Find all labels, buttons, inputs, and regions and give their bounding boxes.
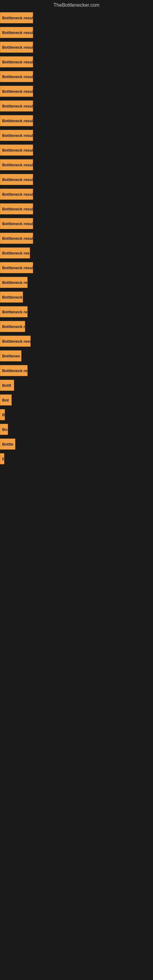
bottleneck-row: Bottleneck result (0, 128, 153, 143)
bottleneck-bar: Bottleneck result (0, 262, 33, 273)
bottleneck-label: B (2, 457, 4, 461)
bottleneck-bar: Bottleneck result (0, 41, 33, 52)
bottleneck-label: Bottleneck result (2, 45, 33, 49)
bottleneck-row: Bottleneck result (0, 187, 153, 202)
bottleneck-label: Bottleneck re (2, 368, 27, 373)
bottleneck-bar: Bottleneck result (0, 86, 33, 97)
bottleneck-label: Bottleneck result (2, 207, 33, 211)
bottleneck-label: Bottleneck result (2, 162, 33, 167)
bottleneck-row: Bottl (0, 378, 153, 393)
bottleneck-bar: Bottleneck r (0, 321, 25, 332)
bottleneck-label: Bottleneck result (2, 148, 33, 153)
bottleneck-row: Bottleneck result (0, 25, 153, 40)
bottleneck-row: Bottleneck re (0, 304, 153, 319)
bottleneck-bar: Bottleneck result (0, 115, 33, 126)
bottleneck-label: Bottl (2, 383, 11, 388)
bottleneck-label: Bottleneck res (2, 251, 30, 255)
bars-container: Bottleneck resultBottleneck resultBottle… (0, 10, 153, 466)
bottleneck-row: Bottleneck result (0, 158, 153, 172)
bottleneck-bar: Bottleneck result (0, 12, 33, 23)
bottleneck-label: Bottlenec (2, 354, 20, 358)
bottleneck-bar: Bottleneck re (0, 277, 27, 288)
bottleneck-row: Bottleneck result (0, 216, 153, 231)
bottleneck-bar: Bottleneck result (0, 100, 33, 111)
bottleneck-label: Bottleneck resu (2, 339, 30, 344)
bottleneck-bar: Bottleneck result (0, 56, 33, 67)
bottleneck-row: Bottleneck result (0, 40, 153, 54)
bottleneck-row: B (0, 407, 153, 422)
bottleneck-row: Bottleneck result (0, 231, 153, 246)
bottleneck-bar: Bottleneck result (0, 233, 33, 244)
bottleneck-row: Bottleneck resu (0, 334, 153, 348)
bottleneck-bar: B (0, 453, 4, 464)
bottleneck-row: Bottlenec (0, 348, 153, 363)
bottleneck-row: Bottleneck re (0, 275, 153, 290)
bottleneck-bar: Bottleneck result (0, 204, 33, 215)
bottleneck-label: Bottleneck result (2, 236, 33, 241)
bottleneck-bar: Bottleneck resu (0, 336, 30, 347)
bottleneck-label: Bottleneck result (2, 133, 33, 138)
bottleneck-label: Bottleneck result (2, 75, 33, 79)
bottleneck-bar: Bottle (0, 439, 15, 450)
bottleneck-label: Bot (2, 398, 9, 402)
bottleneck-row: Bot (0, 393, 153, 407)
bottleneck-label: Bottleneck result (2, 266, 33, 270)
bottleneck-label: Bottleneck result (2, 192, 33, 197)
bottleneck-label: Bottleneck result (2, 30, 33, 35)
bottleneck-row: Bottleneck (0, 290, 153, 304)
bottleneck-bar: Bottleneck re (0, 306, 27, 317)
bottleneck-label: Bottle (2, 442, 13, 447)
bottleneck-bar: Bottlenec (0, 350, 21, 361)
bottleneck-row: Bo (0, 422, 153, 437)
bottleneck-bar: Bottleneck result (0, 145, 33, 156)
bottleneck-bar: Bottleneck result (0, 71, 33, 82)
bottleneck-row: Bottleneck result (0, 143, 153, 158)
bottleneck-label: Bottleneck result (2, 89, 33, 94)
bottleneck-row: Bottle (0, 437, 153, 452)
bottleneck-label: B (2, 412, 5, 417)
bottleneck-bar: Bottleneck result (0, 218, 33, 229)
bottleneck-bar: B (0, 409, 5, 420)
bottleneck-bar: Bottleneck re (0, 365, 27, 376)
bottleneck-bar: Bottleneck (0, 291, 23, 302)
bottleneck-row: Bottleneck result (0, 113, 153, 128)
bottleneck-bar: Bottleneck result (0, 130, 33, 141)
bottleneck-row: Bottleneck res (0, 246, 153, 260)
bottleneck-bar: Bottleneck result (0, 174, 33, 185)
bottleneck-row: Bottleneck result (0, 202, 153, 216)
title-text: TheBottlenecker.com (54, 2, 99, 8)
bottleneck-row: Bottleneck result (0, 10, 153, 25)
bottleneck-label: Bottleneck r (2, 324, 25, 329)
bottleneck-row: Bottleneck r (0, 319, 153, 334)
bottleneck-bar: Bottleneck result (0, 189, 33, 200)
bottleneck-row: Bottleneck result (0, 172, 153, 187)
bottleneck-label: Bottleneck result (2, 177, 33, 182)
bottleneck-bar: Bottl (0, 380, 14, 391)
bottleneck-row: Bottleneck result (0, 99, 153, 113)
bottleneck-label: Bottleneck result (2, 60, 33, 64)
bottleneck-row: Bottleneck result (0, 69, 153, 84)
bottleneck-row: Bottleneck re (0, 363, 153, 378)
bottleneck-row: Bottleneck result (0, 260, 153, 275)
bottleneck-row: Bottleneck result (0, 84, 153, 99)
bottleneck-label: Bottleneck result (2, 104, 33, 108)
bottleneck-row: B (0, 452, 153, 466)
bottleneck-label: Bo (2, 427, 7, 432)
bottleneck-bar: Bottleneck result (0, 27, 33, 38)
bottleneck-label: Bottleneck (2, 295, 22, 299)
site-title: TheBottlenecker.com (0, 0, 153, 10)
bottleneck-label: Bottleneck result (2, 119, 33, 123)
bottleneck-bar: Bottleneck res (0, 247, 30, 258)
bottleneck-bar: Bot (0, 395, 12, 406)
bottleneck-bar: Bottleneck result (0, 159, 33, 170)
bottleneck-label: Bottleneck re (2, 310, 27, 314)
bottleneck-label: Bottleneck result (2, 221, 33, 226)
bottleneck-row: Bottleneck result (0, 54, 153, 69)
bottleneck-label: Bottleneck result (2, 16, 33, 20)
bottleneck-label: Bottleneck re (2, 280, 27, 285)
bottleneck-bar: Bo (0, 424, 8, 435)
